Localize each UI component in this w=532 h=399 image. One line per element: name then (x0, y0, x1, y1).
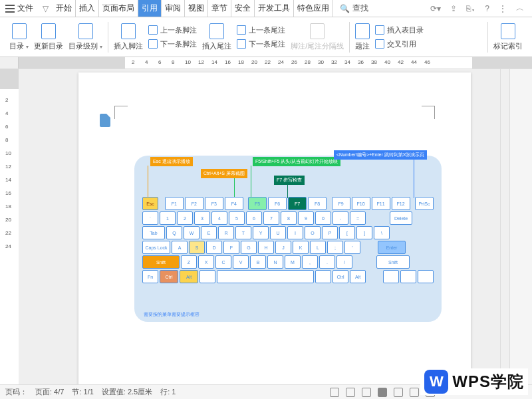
status-setting[interactable]: 设置值: 2.5厘米 (102, 387, 152, 397)
update-toc-icon (41, 23, 56, 39)
update-toc-button[interactable]: 更新目录 (34, 23, 63, 51)
cross-ref-icon (375, 39, 384, 49)
tab-references[interactable]: 引用 (138, 0, 162, 17)
caption-icon (355, 23, 370, 39)
group-caption: 题注 插入表目录 交叉引用 (350, 17, 429, 57)
toc-level-icon (78, 23, 93, 39)
toc-button[interactable]: 目录 ▾ (9, 23, 29, 51)
mark-index-icon (501, 23, 515, 39)
next-endnote-icon (237, 39, 246, 49)
web-view-icon[interactable] (410, 388, 419, 397)
keyboard-diagram: Esc 退出演示播放 Ctrl+Alt+S 屏幕截图 F5/Shift+F5 从… (134, 156, 442, 322)
cloud-sync-icon[interactable]: ⟳▾ (430, 4, 441, 13)
file-label: 文件 (17, 3, 33, 14)
tab-special[interactable]: 特色应用 (294, 0, 333, 17)
wps-logo: W WPS学院 (420, 368, 528, 395)
share-icon[interactable]: ⇪ (450, 4, 457, 13)
wps-logo-text: WPS学院 (452, 371, 524, 392)
status-section[interactable]: 节: 1/1 (72, 387, 93, 397)
fullscreen-icon[interactable] (330, 388, 339, 397)
menubar-right: ⟳▾ ⇪ ⎘▾ ? ⋮ ︿ (430, 3, 532, 14)
tab-layout[interactable]: 页面布局 (99, 0, 138, 17)
status-pagecode[interactable]: 页码： (5, 387, 27, 397)
tag-ctrl-alt-s: Ctrl+Alt+S 屏幕截图 (201, 169, 247, 178)
keyboard-footnote: 需要按的菜单需要提示框容 (144, 311, 200, 318)
ribbon: 目录 ▾ 更新目录 目录级别 ▾ 插入脚注 上一条脚注 下一条脚注 插入尾注 上… (0, 17, 532, 57)
group-toc: 目录 ▾ 更新目录 目录级别 ▾ (4, 17, 108, 57)
margin-corner-icon (422, 106, 435, 119)
menu-tabs: 开始 插入 页面布局 引用 审阅 视图 章节 安全 开发工具 特色应用 (53, 0, 333, 17)
more-icon[interactable]: ⋮ (499, 4, 507, 13)
search-button[interactable]: 🔍 查找 (333, 3, 375, 14)
wps-badge-icon: W (424, 370, 448, 394)
toc-icon (12, 23, 27, 39)
insert-table-fig-button[interactable]: 插入表目录 (375, 25, 424, 35)
next-footnote-icon (148, 39, 158, 49)
tab-review[interactable]: 审阅 (162, 0, 185, 17)
tag-f5: F5/Shift+F5 从头/从当前幻灯片开始放映 (253, 157, 340, 166)
tab-view[interactable]: 视图 (185, 0, 208, 17)
tab-insert[interactable]: 插入 (76, 0, 99, 17)
document-page: Esc 退出演示播放 Ctrl+Alt+S 屏幕截图 F5/Shift+F5 从… (78, 72, 471, 384)
ruler-vertical[interactable]: 2 4 6 8 10 12 14 16 18 20 22 24 (0, 69, 19, 384)
group-footnote: 插入脚注 上一条脚注 下一条脚注 插入尾注 上一条尾注 下一条尾注 脚注/尾注分… (108, 17, 349, 57)
margin-corner-icon (114, 106, 128, 119)
key-esc: Esc (142, 197, 158, 210)
page-view-icon[interactable] (378, 388, 387, 397)
prev-endnote-icon (237, 25, 246, 35)
status-page[interactable]: 页面: 4/7 (35, 387, 64, 397)
search-label: 查找 (352, 3, 368, 14)
search-icon: 🔍 (340, 4, 350, 13)
mark-index-button[interactable]: 标记索引 (493, 23, 523, 51)
prev-endnote-button[interactable]: 上一条尾注 (237, 25, 285, 35)
status-line[interactable]: 行: 1 (160, 387, 176, 397)
caption-button[interactable]: 题注 (355, 23, 370, 51)
file-dropdown-icon[interactable]: ▽ (39, 4, 53, 13)
tab-section[interactable]: 章节 (208, 0, 231, 17)
reading-view-icon[interactable] (346, 388, 355, 397)
tab-start[interactable]: 开始 (53, 0, 76, 17)
export-icon[interactable]: ⎘▾ (466, 4, 475, 13)
outline-view-icon[interactable] (394, 388, 403, 397)
tag-f7: F7 拼写检查 (274, 176, 305, 185)
file-menu[interactable]: 文件 (0, 3, 39, 14)
edit-mode-icon[interactable] (362, 388, 371, 397)
toc-level-button[interactable]: 目录级别 ▾ (68, 23, 102, 51)
table-fig-icon (375, 25, 384, 35)
tag-esc: Esc 退出演示播放 (150, 157, 193, 166)
hamburger-icon (5, 5, 15, 13)
right-panel[interactable] (509, 69, 532, 384)
tab-developer[interactable]: 开发工具 (255, 0, 294, 17)
scrollbar-vertical[interactable] (500, 69, 509, 384)
tag-number-enter: <Number/编号>+Enter 跳转到第X张演示页 (334, 150, 427, 160)
insert-footnote-icon (121, 23, 136, 39)
ruler-horizontal[interactable]: 2 4 6 8 10 12 14 16 18 20 22 24 26 28 30… (0, 57, 532, 69)
note-separator-icon (310, 23, 325, 39)
tab-security[interactable]: 安全 (231, 0, 255, 17)
insert-endnote-icon (209, 23, 224, 39)
prev-footnote-button[interactable]: 上一条脚注 (148, 25, 197, 35)
menubar: 文件 ▽ 开始 插入 页面布局 引用 审阅 视图 章节 安全 开发工具 特色应用… (0, 0, 532, 17)
prev-footnote-icon (148, 25, 158, 35)
help-icon[interactable]: ? (485, 4, 489, 13)
next-endnote-button[interactable]: 下一条尾注 (237, 39, 285, 49)
note-separator-button[interactable]: 脚注/尾注分隔线 (291, 23, 344, 51)
editor-area: 2 4 6 8 10 12 14 16 18 20 22 24 (0, 69, 532, 384)
insert-endnote-button[interactable]: 插入尾注 (202, 23, 231, 51)
cross-ref-button[interactable]: 交叉引用 (375, 39, 424, 49)
page-canvas[interactable]: Esc 退出演示播放 Ctrl+Alt+S 屏幕截图 F5/Shift+F5 从… (19, 69, 509, 384)
paragraph-marker-icon (100, 114, 110, 127)
insert-footnote-button[interactable]: 插入脚注 (114, 23, 143, 51)
next-footnote-button[interactable]: 下一条脚注 (148, 39, 197, 49)
collapse-icon[interactable]: ︿ (516, 3, 524, 14)
